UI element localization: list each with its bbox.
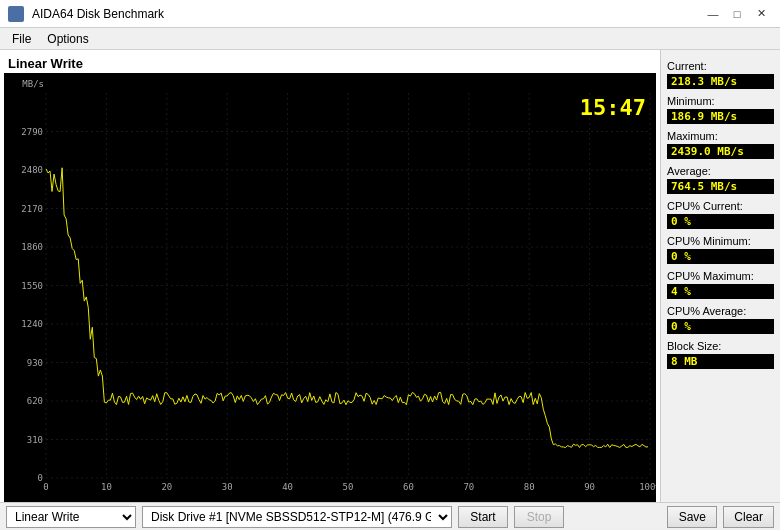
menu-options[interactable]: Options <box>39 30 96 48</box>
cpu-average-label: CPU% Average: <box>667 305 774 317</box>
average-label: Average: <box>667 165 774 177</box>
bottom-area: Linear Write Linear Read Random Write Ra… <box>0 502 780 530</box>
block-size-label: Block Size: <box>667 340 774 352</box>
cpu-minimum-label: CPU% Minimum: <box>667 235 774 247</box>
window-title: AIDA64 Disk Benchmark <box>32 7 164 21</box>
stats-panel: Current: 218.3 MB/s Minimum: 186.9 MB/s … <box>660 50 780 502</box>
menu-bar: File Options <box>0 28 780 50</box>
maximum-label: Maximum: <box>667 130 774 142</box>
cpu-average-value: 0 % <box>667 319 774 334</box>
window-controls: — □ ✕ <box>702 4 772 24</box>
maximum-value: 2439.0 MB/s <box>667 144 774 159</box>
cpu-minimum-value: 0 % <box>667 249 774 264</box>
cpu-current-label: CPU% Current: <box>667 200 774 212</box>
controls-row: Linear Write Linear Read Random Write Ra… <box>0 503 780 530</box>
minimum-label: Minimum: <box>667 95 774 107</box>
save-button[interactable]: Save <box>667 506 717 528</box>
maximize-button[interactable]: □ <box>726 4 748 24</box>
chart-container <box>4 73 656 502</box>
cpu-maximum-value: 4 % <box>667 284 774 299</box>
current-label: Current: <box>667 60 774 72</box>
close-button[interactable]: ✕ <box>750 4 772 24</box>
minimum-value: 186.9 MB/s <box>667 109 774 124</box>
chart-title: Linear Write <box>4 54 656 73</box>
benchmark-chart <box>4 73 656 502</box>
cpu-maximum-label: CPU% Maximum: <box>667 270 774 282</box>
start-button[interactable]: Start <box>458 506 508 528</box>
chart-area: Linear Write <box>0 50 660 502</box>
title-bar: AIDA64 Disk Benchmark — □ ✕ <box>0 0 780 28</box>
block-size-value: 8 MB <box>667 354 774 369</box>
app-icon <box>8 6 24 22</box>
disk-dropdown[interactable]: Disk Drive #1 [NVMe SBSSD512-STP12-M] (4… <box>142 506 452 528</box>
minimize-button[interactable]: — <box>702 4 724 24</box>
stop-button[interactable]: Stop <box>514 506 564 528</box>
current-value: 218.3 MB/s <box>667 74 774 89</box>
test-type-dropdown[interactable]: Linear Write Linear Read Random Write Ra… <box>6 506 136 528</box>
cpu-current-value: 0 % <box>667 214 774 229</box>
average-value: 764.5 MB/s <box>667 179 774 194</box>
main-area: Linear Write Current: 218.3 MB/s Minimum… <box>0 50 780 502</box>
clear-button[interactable]: Clear <box>723 506 774 528</box>
menu-file[interactable]: File <box>4 30 39 48</box>
